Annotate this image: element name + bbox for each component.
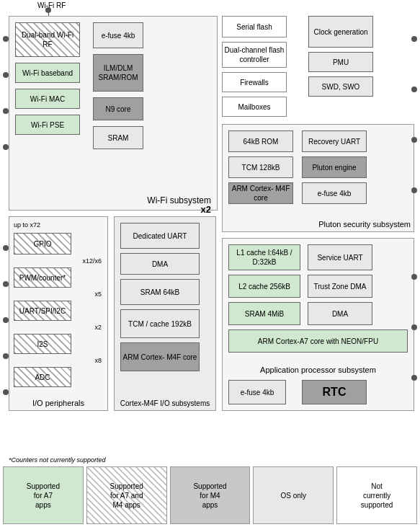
edge-dot-3	[3, 108, 9, 114]
i2s: I2S	[14, 334, 71, 354]
wifi-mac: Wi-Fi MAC	[15, 89, 80, 109]
efuse-pluton: e-fuse 4kb	[302, 182, 367, 204]
arm-a7-core: ARM Cortex-A7 core with NEON/FPU	[228, 329, 408, 353]
adc: ADC	[14, 367, 71, 387]
io-peripherals-label: I/O peripherals	[9, 399, 107, 407]
x8-label: x8	[94, 357, 102, 364]
gpio: GPIO	[14, 233, 71, 254]
dedicated-uart: Dedicated UART	[120, 223, 200, 249]
l2-cache: L2 cache 256kB	[228, 275, 300, 298]
sram-wifi: SRAM	[93, 126, 143, 149]
io-peripherals-container: up to x72 GPIO x12/x6 PWM/counter* x5 UA…	[9, 216, 108, 411]
edge-dot-5	[3, 245, 9, 251]
edge-dot-r5	[411, 274, 417, 280]
edge-dot-7	[3, 317, 9, 323]
cortex-m4f-container: x2 Dedicated UART DMA SRAM 64kB TCM / ca…	[114, 216, 216, 411]
efuse-wifi: e-fuse 4kb	[93, 22, 143, 48]
up-to-x72: up to x72	[14, 221, 40, 229]
x2-small-label: x2	[94, 324, 102, 331]
dual-channel: Dual-channel flash controller	[222, 42, 287, 68]
n9-core: N9 core	[93, 97, 143, 120]
wifi-baseband: Wi-Fi baseband	[15, 63, 80, 83]
edge-dot-2	[3, 72, 9, 78]
legend: Supported for A7 apps Supported for A7 a…	[3, 466, 417, 524]
uart-spi-i2c: UART/SPI/I2C	[14, 301, 71, 321]
l1-cache: L1 cache I:64kB / D:32kB	[228, 244, 300, 270]
legend-a7-apps: Supported for A7 apps	[3, 466, 84, 524]
dual-band-wifi: Dual-band Wi-Fi RF	[15, 22, 80, 57]
wifi-rf-label: Wi-Fi RF	[37, 1, 66, 9]
cortex-m4f-label: Cortex-M4F I/O subsystems	[115, 399, 215, 407]
diagram-container: Wi-Fi RF Dual-band Wi-Fi RF Wi-Fi baseba…	[0, 0, 420, 527]
service-uart: Service UART	[308, 244, 372, 270]
edge-dot-r3	[411, 137, 417, 143]
counters-note: *Counters not currently supported	[9, 456, 106, 464]
app-processor-container: L1 cache I:64kB / D:32kB Service UART L2…	[222, 238, 414, 411]
wifi-subsystem-container: Dual-band Wi-Fi RF Wi-Fi baseband Wi-Fi …	[9, 16, 218, 211]
sram-4mib: SRAM 4MiB	[228, 302, 300, 325]
edge-dot-1	[3, 36, 9, 42]
swd-swo: SWD, SWO	[308, 76, 373, 97]
dma-app: DMA	[308, 302, 372, 325]
x5-label: x5	[94, 291, 102, 298]
edge-dot-r7	[411, 375, 417, 381]
tcm-128kb: TCM 128kB	[228, 156, 293, 178]
pwm-counter: PWM/counter*	[14, 267, 71, 288]
legend-not-supported: Not currently supported	[336, 466, 417, 524]
serial-flash: Serial flash	[222, 16, 287, 37]
edge-dot-8	[3, 353, 9, 359]
wifi-dot	[45, 7, 51, 13]
recovery-uart: Recovery UART	[302, 130, 367, 152]
legend-a7-label: Supported for A7 apps	[27, 482, 60, 510]
legend-m4-apps: Supported for M4 apps	[170, 466, 251, 524]
pluton-subsystem-label: Pluton security subsystem	[318, 220, 411, 229]
arm-m4-cortex: ARM Cortex- M4F core	[120, 342, 200, 371]
dma-cortex: DMA	[120, 253, 200, 275]
edge-dot-r4	[411, 187, 417, 193]
edge-dot-r6	[411, 324, 417, 330]
sram-64kb: SRAM 64kB	[120, 279, 200, 305]
arm-m4-core-pluton: ARM Cortex- M4F core	[228, 182, 293, 204]
firewalls: Firewalls	[222, 72, 287, 92]
edge-dot-4	[3, 144, 9, 150]
pmu: PMU	[308, 52, 373, 72]
legend-a7-m4-label: Supported for A7 and M4 apps	[110, 482, 143, 510]
legend-a7-m4-apps: Supported for A7 and M4 apps	[86, 466, 167, 524]
efuse-app: e-fuse 4kb	[228, 380, 286, 404]
pluton-engine: Pluton engine	[302, 156, 367, 178]
x12x6-label: x12/x6	[82, 257, 102, 265]
edge-dot-9	[3, 389, 9, 395]
legend-not-label: Not currently supported	[361, 482, 393, 510]
rom-64kb: 64kB ROM	[228, 130, 293, 152]
ilm-dlm: ILM/DLM SRAM/ROM	[93, 54, 143, 92]
x2-big-label: x2	[201, 204, 211, 215]
clock-gen: Clock generation	[308, 16, 373, 48]
wifi-pse: Wi-Fi PSE	[15, 115, 80, 135]
legend-os-only: OS only	[253, 466, 334, 524]
edge-dot-r1	[411, 36, 417, 42]
legend-m4-label: Supported for M4 apps	[193, 482, 226, 510]
trustzone-dma: Trust Zone DMA	[308, 275, 372, 298]
rtc: RTC	[302, 380, 367, 404]
legend-os-label: OS only	[281, 491, 307, 500]
pluton-subsystem-container: 64kB ROM Recovery UART TCM 128kB Pluton …	[222, 124, 414, 232]
edge-dot-r2	[411, 87, 417, 92]
mailboxes: Mailboxes	[222, 97, 287, 117]
app-subsystem-label: Application processor subsystem	[223, 366, 414, 374]
tcm-cache-192kb: TCM / cache 192kB	[120, 309, 200, 338]
edge-dot-6	[3, 281, 9, 287]
